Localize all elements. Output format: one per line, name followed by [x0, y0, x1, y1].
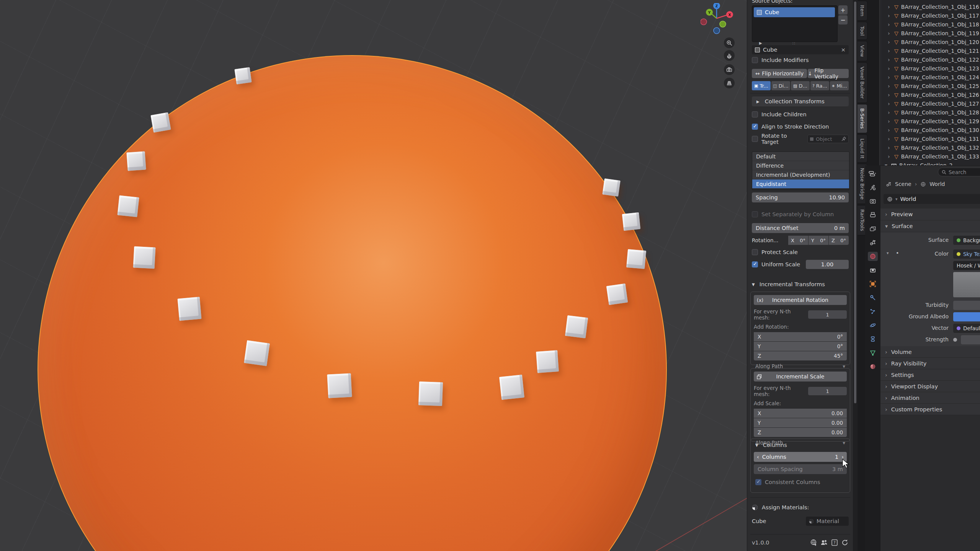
distance-offset-slider[interactable]: Distance Offset 0 m — [752, 223, 849, 233]
mode-tab[interactable]: ▨ D... — [791, 81, 810, 90]
navigation-gizmo[interactable]: Z Y X — [701, 3, 735, 39]
add-scale-axis-field[interactable]: Y 0.00 — [754, 418, 847, 427]
surface-shader-button[interactable]: Background — [953, 236, 980, 245]
incremental-transforms-header[interactable]: ▼ Incremental Transforms — [752, 281, 849, 287]
disclosure-chevron-icon[interactable]: › — [888, 57, 892, 63]
array-cube-object[interactable] — [418, 381, 443, 406]
world-datablock-selector[interactable]: ▾ World — [884, 194, 980, 204]
collapsed-section-header[interactable]: › Settings — [880, 369, 980, 381]
add-rotation-axis-field[interactable]: Z 45° — [754, 351, 847, 360]
disclosure-chevron-icon[interactable]: › — [888, 127, 892, 133]
object-tab-icon[interactable] — [868, 279, 878, 289]
collapsed-section-header[interactable]: › Custom Properties — [880, 404, 980, 415]
website-icon[interactable] — [810, 539, 818, 546]
orange-sphere-object[interactable] — [38, 55, 667, 551]
source-objects-list[interactable]: Cube ▶ ∷ — [752, 5, 838, 42]
disclosure-chevron-icon[interactable]: › — [888, 74, 892, 80]
orthographic-toggle-button[interactable] — [724, 78, 735, 88]
collection-tab-icon[interactable] — [868, 266, 878, 275]
manual-icon[interactable]: ? — [831, 539, 838, 546]
columns-header[interactable]: ▼ Columns — [754, 442, 847, 448]
array-cube-object[interactable] — [327, 373, 352, 398]
sidebar-tab[interactable]: Liquid It — [858, 134, 867, 163]
outliner-row[interactable]: › ▽ BArray_Collection_1_Obj_128 — [881, 108, 980, 117]
distribution-mode-item[interactable]: Default — [752, 152, 849, 161]
disclosure-chevron-icon[interactable]: › — [888, 48, 892, 54]
set-separately-row[interactable]: Set Separately by Column — [752, 211, 849, 218]
mode-tab[interactable]: ◫ Di... — [771, 81, 790, 90]
disclosure-chevron-icon[interactable]: › — [888, 109, 892, 116]
modifiers-tab-icon[interactable] — [868, 293, 878, 302]
array-cube-object[interactable] — [606, 284, 628, 305]
target-object-field[interactable]: Object — [807, 135, 849, 143]
stepper-left-arrow-icon[interactable]: ‹ — [757, 454, 759, 460]
array-cube-object[interactable] — [622, 212, 640, 231]
disclosure-chevron-icon[interactable]: › — [888, 101, 892, 107]
disclosure-chevron-icon[interactable]: › — [888, 83, 892, 89]
disclosure-chevron-icon[interactable]: › — [888, 4, 892, 10]
array-cube-object[interactable] — [626, 249, 646, 269]
mode-tab[interactable]: ▣ Tr... — [752, 81, 771, 90]
outliner-row[interactable]: › ▽ BArray_Collection_1_Obj_116 — [881, 2, 980, 11]
outliner-row[interactable]: › ▽ BArray_Collection_1_Obj_123 — [881, 64, 980, 73]
output-tab-icon[interactable] — [868, 210, 878, 220]
sky-model-dropdown[interactable]: Hosek / Wilkie — [953, 261, 980, 270]
disclosure-chevron-icon[interactable]: › — [888, 145, 892, 151]
array-cube-object[interactable] — [133, 246, 156, 269]
disclosure-chevron-icon[interactable]: › — [888, 136, 892, 142]
disclosure-chevron-icon[interactable]: › — [888, 92, 892, 98]
rotation-axis-field[interactable]: X 0° — [788, 236, 808, 245]
vector-button[interactable]: Default — [953, 324, 980, 333]
outliner-row[interactable]: › ▽ BArray_Collection_1_Obj_117 — [881, 11, 980, 20]
physics-tab-icon[interactable] — [868, 321, 878, 330]
outliner-row[interactable]: › ▽ BArray_Collection_1_Obj_131 — [881, 134, 980, 143]
sidebar-tab[interactable]: Tool — [858, 22, 867, 40]
sidebar-tab[interactable]: View — [858, 41, 867, 61]
sidebar-tab[interactable]: Item — [858, 1, 867, 21]
include-children-checkbox[interactable] — [752, 111, 758, 117]
add-source-button[interactable]: + — [838, 5, 848, 15]
align-stroke-row[interactable]: Align to Stroke Direction — [752, 123, 849, 130]
disclosure-chevron-icon[interactable]: › — [888, 30, 892, 36]
outliner-row[interactable]: › ▽ BArray_Collection_1_Obj_120 — [881, 37, 980, 46]
add-rotation-axis-field[interactable]: Y 0° — [754, 342, 847, 351]
material-slot-dropdown[interactable]: Material — [806, 517, 849, 526]
add-scale-axis-field[interactable]: X 0.00 — [754, 409, 847, 418]
uniform-scale-row[interactable]: Uniform Scale 1.00 — [752, 261, 849, 268]
collection-transforms-header[interactable]: ▶ Collection Transforms — [752, 96, 849, 106]
remove-source-button[interactable]: − — [838, 15, 848, 24]
columns-stepper[interactable]: ‹ Columns 1 › — [754, 452, 847, 462]
color-texture-button[interactable]: Sky Texture — [953, 249, 980, 259]
mode-tab[interactable]: ∗ Mi... — [830, 81, 849, 90]
uniform-scale-value-field[interactable]: 1.00 — [806, 260, 849, 269]
incremental-rotation-header[interactable]: (x) Incremental Rotation — [754, 295, 847, 305]
collapsed-section-header[interactable]: › Ray Visibility — [880, 358, 980, 369]
array-cube-object[interactable] — [150, 112, 171, 132]
source-object-row[interactable]: Cube — [754, 7, 835, 17]
pan-tool-button[interactable] — [724, 50, 735, 61]
uniform-scale-checkbox[interactable] — [752, 261, 758, 267]
outliner-row[interactable]: › ▽ BArray_Collection_1_Obj_124 — [881, 73, 980, 82]
spacing-slider[interactable]: Spacing 10.90 — [752, 192, 849, 202]
turbidity-field[interactable] — [953, 301, 980, 310]
array-cube-object[interactable] — [126, 151, 146, 171]
refresh-icon[interactable] — [841, 539, 849, 546]
eyedropper-icon[interactable] — [841, 137, 846, 141]
render-tab-icon[interactable] — [868, 197, 878, 206]
camera-view-button[interactable] — [724, 64, 735, 75]
data-tab-icon[interactable] — [868, 348, 878, 357]
disclosure-chevron-icon[interactable]: › — [888, 13, 892, 19]
flip-vertically-button[interactable]: ↓ Flip Vertically — [808, 69, 849, 78]
collapsed-section-header[interactable]: › Volume — [880, 346, 980, 358]
column-spacing-slider[interactable]: Column Spacing 3 m — [754, 464, 847, 474]
outliner-row[interactable]: › ▽ BArray_Collection_1_Obj_127 — [881, 99, 980, 108]
rotate-target-row[interactable]: Rotate to Target Object — [752, 135, 849, 142]
properties-search-field[interactable]: Search — [938, 168, 980, 176]
protect-scale-row[interactable]: Protect Scale — [752, 249, 849, 256]
zoom-tool-button[interactable] — [724, 37, 735, 48]
include-children-row[interactable]: Include Children — [752, 111, 849, 118]
flip-horizontally-button[interactable]: ↔ Flip Horizontally — [752, 69, 807, 78]
outliner-collection-row[interactable]: ▾ BArray_Collection_2 — [881, 161, 980, 165]
disclosure-chevron-icon[interactable]: › — [888, 118, 892, 124]
disclosure-chevron-icon[interactable]: › — [888, 39, 892, 45]
